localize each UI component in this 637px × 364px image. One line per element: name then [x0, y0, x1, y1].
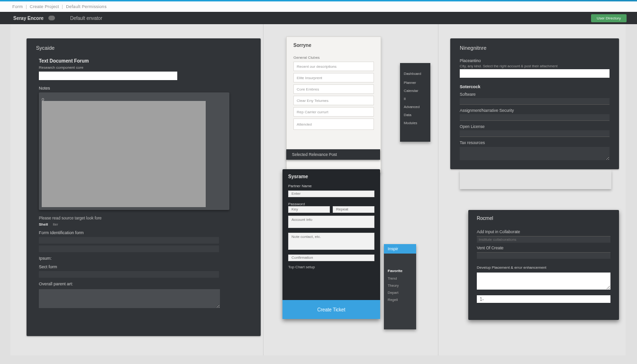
breadcrumb-item[interactable]: Default Permissions: [66, 4, 107, 9]
notes-textarea[interactable]: 0: [39, 92, 229, 210]
field-label: Vent Of Create: [477, 246, 610, 250]
list-item[interactable]: Core Embres: [293, 84, 374, 94]
panel-ninegnitnre: Ninegnitnre Placeantino City, any kind. …: [450, 38, 619, 169]
panel-sycaide: Sycaide Text Document Forum Research com…: [27, 38, 261, 336]
panel-title: Sysrame: [288, 174, 374, 179]
header-nav-item[interactable]: Default envator: [70, 16, 102, 21]
confirmation-input[interactable]: [288, 255, 374, 261]
account-textarea[interactable]: [288, 216, 374, 228]
top-chart-link[interactable]: Top Chart setup: [288, 265, 374, 269]
app-header: Seray Encore Default envator User Direct…: [0, 12, 637, 24]
panel-sysrame: Sysrame Partner Name Password Top Chart …: [282, 169, 380, 319]
nav-item[interactable]: Depart: [384, 289, 416, 296]
field-label: Assignment/Narrative Security: [460, 108, 610, 113]
nav-item[interactable]: Trend: [384, 275, 416, 282]
list-item[interactable]: Clear Eny Telumes: [293, 96, 374, 105]
field-label: Partner Name: [288, 184, 374, 188]
field-label: Placeantino: [460, 58, 610, 63]
field-hint: City, any kind. Select the right account…: [460, 64, 610, 68]
caption: Please read source target look fore: [39, 216, 248, 220]
nav-item[interactable]: II: [404, 95, 427, 103]
enhancement-textarea[interactable]: [477, 273, 610, 290]
panel-title: Ninegnitnre: [450, 38, 619, 55]
panel-rocrnel: Rocrnel Add Input in Collaborate Vent Of…: [468, 210, 619, 320]
password-repeat-input[interactable]: [333, 206, 374, 213]
breadcrumb-item[interactable]: Form: [12, 4, 23, 9]
breadcrumb: Form | Create Project | Default Permissi…: [0, 1, 637, 12]
nav-item[interactable]: Theory: [384, 282, 416, 289]
field-label: Add Input in Collaborate: [477, 229, 610, 234]
identification-input[interactable]: [39, 237, 219, 244]
index-input[interactable]: [477, 295, 610, 303]
mini-tab[interactable]: Iter: [53, 222, 58, 227]
collaborate-input[interactable]: [477, 236, 610, 243]
field-label: Research component core: [39, 65, 248, 70]
list-item[interactable]: Rep Carrier currurt: [293, 107, 374, 117]
nav-header[interactable]: Inspir: [384, 244, 416, 254]
nav-item[interactable]: Calendar: [404, 87, 427, 95]
create-ticket-button[interactable]: Create Ticket: [282, 300, 380, 319]
section-heading: Favorite: [384, 265, 416, 275]
nav-item[interactable]: Advanced: [404, 103, 427, 111]
tax-textarea[interactable]: [460, 147, 610, 160]
placeantino-input[interactable]: [460, 69, 610, 78]
side-nav: Dashboard Planner Calendar II Advanced D…: [400, 63, 430, 142]
field-label: Software: [460, 92, 610, 97]
list-item[interactable]: Attended: [293, 118, 374, 130]
section-heading: Text Document Forum: [39, 58, 248, 64]
note-textarea[interactable]: [288, 233, 374, 250]
research-input[interactable]: [39, 72, 177, 80]
panel-title: Rocrnel: [477, 216, 610, 221]
vent-input[interactable]: [477, 252, 610, 259]
nav-item[interactable]: Data: [404, 111, 427, 119]
password-input[interactable]: [288, 206, 330, 213]
cloud-icon: [48, 16, 55, 20]
panel-title: Sorryne: [293, 43, 374, 48]
open-license-input[interactable]: [460, 130, 610, 137]
field-label: Sect form: [39, 264, 248, 269]
favorite-nav: Inspir Favorite Trend Theory Depart Rege…: [384, 244, 416, 329]
field-label: Ipsum:: [39, 256, 248, 261]
column-divider: [438, 24, 438, 355]
overall-textarea[interactable]: [39, 289, 220, 308]
field-hint: Develop Placement & error enhancement: [477, 265, 610, 270]
field-label: Overall parent art:: [39, 282, 248, 286]
list-item[interactable]: Elite Insurprent: [293, 73, 374, 82]
section-heading: General Clubes: [293, 55, 374, 60]
secondary-gray-panel: [460, 170, 611, 189]
column-divider: [263, 24, 264, 355]
nav-item[interactable]: Regell: [384, 296, 416, 303]
relevance-bar[interactable]: Selected Relevance Post: [286, 149, 380, 160]
textarea-surface[interactable]: [42, 101, 206, 207]
assignment-input[interactable]: [460, 114, 610, 121]
list-item[interactable]: Recent our descriptions: [293, 62, 374, 71]
identification-input[interactable]: [39, 246, 219, 252]
brand-label: Seray Encore: [13, 16, 44, 21]
field-label: Notes: [39, 86, 248, 91]
field-label: Open License: [460, 124, 610, 129]
sect-input[interactable]: [39, 271, 219, 278]
software-input[interactable]: [460, 98, 610, 105]
panel-title: Sycaide: [27, 38, 261, 55]
breadcrumb-item[interactable]: Create Project: [30, 4, 59, 9]
header-cta-button[interactable]: User Directory: [591, 14, 627, 22]
workspace: Sycaide Text Document Forum Research com…: [0, 24, 637, 364]
brand: Seray Encore: [0, 16, 55, 21]
nav-item[interactable]: Dashboard: [404, 70, 427, 78]
field-label: Tax resources: [460, 140, 610, 145]
nav-item[interactable]: Modules: [404, 119, 427, 127]
partner-input[interactable]: [288, 191, 374, 197]
field-label: Password: [288, 202, 374, 206]
field-label: Form Identification form: [39, 230, 248, 235]
nav-item[interactable]: Planner: [404, 79, 427, 87]
section-heading: Sotercock: [460, 84, 610, 89]
mini-tab[interactable]: Shell: [39, 222, 48, 227]
